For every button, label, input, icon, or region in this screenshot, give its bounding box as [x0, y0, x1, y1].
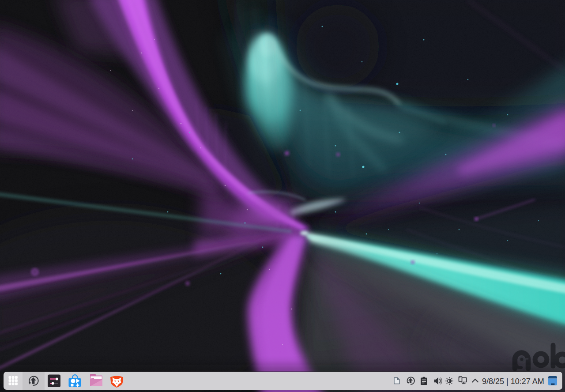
svg-text:9/8/25 | 10:27 AM: 9/8/25 | 10:27 AM: [482, 377, 544, 386]
